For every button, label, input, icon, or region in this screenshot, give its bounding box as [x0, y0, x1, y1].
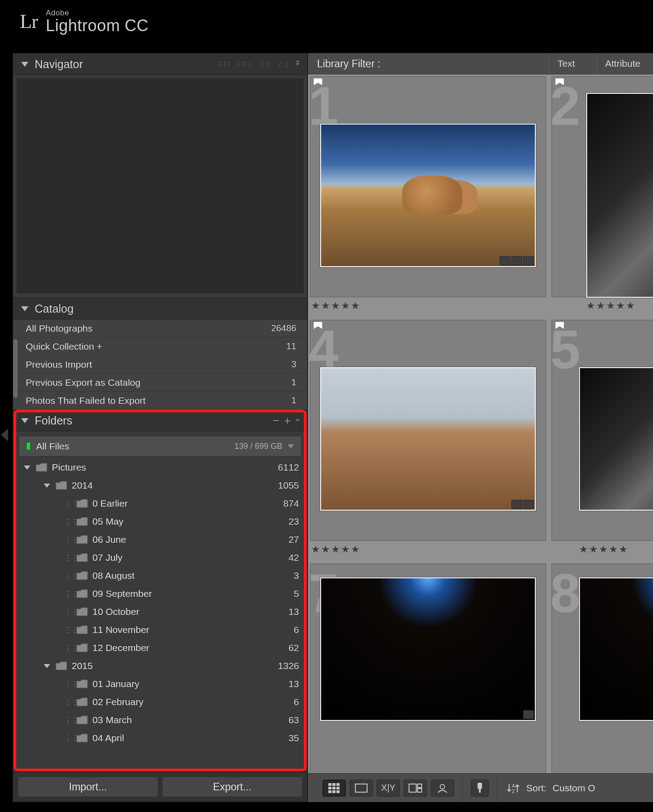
folder-row[interactable]: ⋮⋮07 July42 — [21, 549, 299, 567]
catalog-item[interactable]: All Photographs 26486 — [13, 319, 307, 337]
badge-icon[interactable] — [500, 256, 510, 265]
disclosure-dots-icon[interactable]: ⋮⋮ — [64, 644, 73, 652]
left-scrollbar-thumb[interactable] — [13, 339, 18, 398]
disclosure-dots-icon[interactable]: ⋮⋮ — [64, 554, 73, 562]
rating-stars[interactable]: ★★★★★ — [311, 300, 361, 312]
disclosure-dots-icon[interactable]: ⋮⋮ — [64, 535, 73, 544]
disclosure-dots-icon[interactable]: ⋮⋮ — [64, 716, 73, 724]
folder-row[interactable]: ⋮⋮11 November6 — [21, 621, 299, 639]
folder-icon — [55, 481, 67, 490]
grid-cell[interactable]: 2 ★★★★★ — [552, 76, 653, 297]
folders-panel-header[interactable]: Folders − + — [13, 410, 307, 431]
zoom-fit[interactable]: FIT — [219, 60, 231, 68]
badge-icon[interactable] — [511, 256, 522, 265]
view-compare-button[interactable]: X|Y — [377, 780, 400, 797]
thumbnail-image[interactable] — [320, 124, 536, 267]
disclosure-dots-icon[interactable]: ⋮⋮ — [64, 734, 73, 743]
folder-row[interactable]: ⋮⋮10 October13 — [21, 603, 299, 621]
disclosure-dots-icon[interactable]: ⋮⋮ — [64, 698, 73, 706]
badge-icon[interactable] — [523, 256, 534, 265]
catalog-item[interactable]: Photos That Failed to Export 1 — [13, 392, 307, 410]
folder-row[interactable]: 20141055 — [21, 476, 299, 494]
folder-row[interactable]: Pictures6112 — [21, 458, 299, 476]
flag-icon[interactable] — [555, 321, 565, 334]
volume-menu-icon[interactable] — [288, 444, 294, 448]
disclosure-dots-icon[interactable]: ⋮⋮ — [64, 499, 73, 508]
folder-row[interactable]: ⋮⋮08 August3 — [21, 567, 299, 585]
thumbnail-image[interactable] — [579, 577, 653, 721]
navigator-panel-header[interactable]: Navigator FIT FILL 1:1 2:1 — [13, 53, 307, 75]
folder-row[interactable]: ⋮⋮12 December62 — [21, 639, 299, 657]
left-pane-collapse-handle[interactable] — [1, 429, 8, 441]
zoom-1to1[interactable]: 1:1 — [260, 60, 271, 68]
disclosure-dots-icon[interactable]: ⋮⋮ — [64, 608, 73, 616]
flag-icon[interactable] — [313, 78, 323, 90]
grid-cell[interactable]: 1 ★★★★★ — [310, 76, 546, 297]
folder-row[interactable]: ⋮⋮06 June27 — [21, 531, 299, 549]
grid-cell[interactable]: 5 ★★★★★ — [552, 320, 653, 541]
disclosure-triangle-icon[interactable] — [44, 664, 50, 668]
disclosure-dots-icon[interactable]: ⋮⋮ — [64, 572, 73, 580]
view-grid-button[interactable] — [322, 780, 346, 797]
import-button[interactable]: Import... — [18, 776, 158, 797]
add-folder-button[interactable]: + — [284, 415, 291, 426]
folder-name: 02 February — [92, 697, 294, 707]
zoom-fill[interactable]: FILL — [237, 60, 253, 68]
grid-cell[interactable]: 7 — [310, 563, 546, 773]
badge-icon[interactable] — [523, 500, 534, 509]
zoom-2to1[interactable]: 2:1 — [278, 60, 289, 68]
catalog-item[interactable]: Previous Export as Catalog 1 — [13, 374, 307, 392]
thumbnail-image[interactable] — [320, 577, 536, 721]
view-people-button[interactable] — [431, 780, 454, 797]
folder-row[interactable]: ⋮⋮09 September5 — [21, 585, 299, 603]
sort-direction-button[interactable]: AZ — [506, 782, 520, 794]
grid-cell[interactable]: 8 — [552, 563, 653, 773]
disclosure-triangle-icon[interactable] — [21, 418, 28, 423]
folder-count: 6 — [294, 697, 299, 707]
filter-attribute-tab[interactable]: Attribute — [597, 53, 648, 74]
folder-row[interactable]: ⋮⋮01 January13 — [21, 675, 299, 693]
folder-row[interactable]: ⋮⋮0 Earlier874 — [21, 494, 299, 512]
filter-text-tab[interactable]: Text — [549, 53, 583, 74]
remove-folder-button[interactable]: − — [273, 415, 280, 426]
sort-value[interactable]: Custom O — [552, 783, 595, 794]
folder-row[interactable]: ⋮⋮05 May23 — [21, 512, 299, 531]
flag-icon[interactable] — [555, 78, 565, 90]
disclosure-triangle-icon[interactable] — [21, 62, 28, 67]
export-button[interactable]: Export... — [162, 776, 303, 797]
grid-cell[interactable]: 4 ★★★★★ — [310, 320, 546, 541]
rating-stars[interactable]: ★★★★★ — [311, 544, 361, 555]
catalog-item[interactable]: Previous Import 3 — [13, 355, 307, 374]
disclosure-triangle-icon[interactable] — [21, 306, 28, 311]
thumbnail-image[interactable] — [579, 367, 653, 511]
folder-row[interactable]: 20151326 — [21, 657, 299, 675]
disclosure-triangle-icon[interactable] — [44, 484, 50, 488]
volume-bar[interactable]: All Files 139 / 699 GB — [18, 436, 302, 457]
folders-menu-icon[interactable] — [295, 419, 300, 422]
thumbnail-image[interactable] — [586, 93, 653, 298]
disclosure-dots-icon[interactable]: ⋮⋮ — [64, 626, 73, 634]
navigator-preview[interactable] — [17, 78, 304, 293]
folder-row[interactable]: ⋮⋮02 February6 — [21, 693, 299, 711]
rating-stars[interactable]: ★★★★★ — [586, 300, 636, 312]
flag-icon[interactable] — [313, 321, 323, 334]
folder-name: 07 July — [92, 552, 289, 563]
painter-tool-button[interactable] — [471, 780, 489, 797]
left-bottom-buttons: Import... Export... — [13, 771, 307, 802]
disclosure-dots-icon[interactable]: ⋮⋮ — [64, 517, 73, 526]
badge-icon[interactable] — [511, 500, 522, 509]
folder-row[interactable]: ⋮⋮04 April35 — [21, 729, 299, 747]
disclosure-dots-icon[interactable]: ⋮⋮ — [64, 590, 73, 598]
view-survey-button[interactable] — [404, 780, 427, 797]
zoom-stepper-icon[interactable] — [295, 60, 300, 68]
svg-rect-14 — [478, 783, 482, 789]
rating-stars[interactable]: ★★★★★ — [579, 544, 629, 555]
badge-icon[interactable] — [523, 710, 534, 719]
view-loupe-button[interactable] — [349, 780, 373, 797]
folder-row[interactable]: ⋮⋮03 March63 — [21, 711, 299, 729]
disclosure-dots-icon[interactable]: ⋮⋮ — [64, 680, 73, 688]
catalog-item[interactable]: Quick Collection + 11 — [13, 337, 307, 355]
disclosure-triangle-icon[interactable] — [24, 466, 30, 470]
thumbnail-image[interactable] — [320, 367, 536, 511]
catalog-panel-header[interactable]: Catalog — [13, 298, 307, 319]
